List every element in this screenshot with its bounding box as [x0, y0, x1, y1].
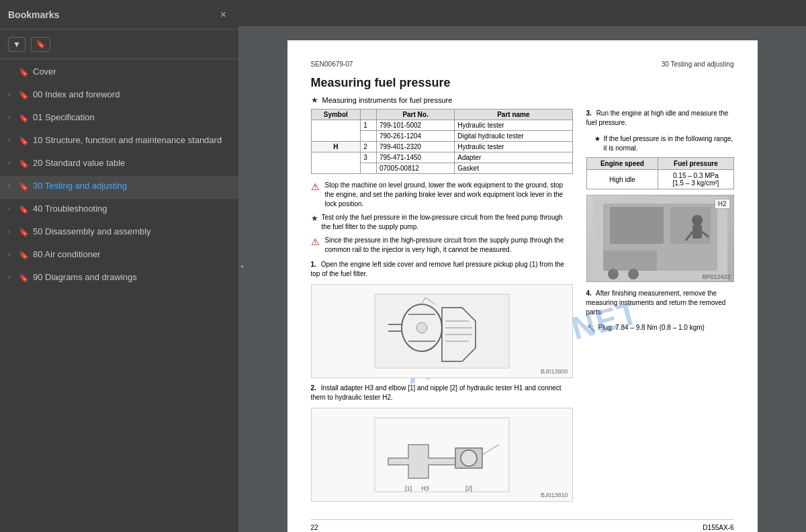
sidebar-item-30-testing[interactable]: › 🔖 30 Testing and adjusting — [0, 176, 238, 199]
sidebar-item-50-disassembly[interactable]: › 🔖 50 Disassembly and assembly — [0, 222, 238, 245]
bookmark-icon-00: 🔖 — [19, 91, 29, 100]
engine-drawing — [593, 197, 727, 281]
cell-symbol-3 — [311, 152, 361, 174]
step-1-num: 1. — [311, 261, 316, 268]
pressure-table: Engine speed Fuel pressure High idle 0.1… — [586, 157, 734, 189]
step-1-text: Open the engine left side cover and remo… — [311, 261, 565, 277]
sidebar-item-40-troubleshoot[interactable]: › 🔖 40 Troubleshooting — [0, 199, 238, 222]
svg-point-13 — [461, 450, 477, 466]
parts-table: Symbol Part No. Part name 1 799-101-5002 — [311, 109, 573, 174]
content-columns: Symbol Part No. Part name 1 799-101-5002 — [311, 109, 734, 506]
cell-num-1: 1 — [361, 120, 377, 131]
note-block-1: ★ Test only the fuel pressure in the low… — [311, 213, 573, 232]
bookmark-icon: 🔖 — [36, 40, 46, 49]
bookmark-view-button[interactable]: 🔖 — [31, 37, 50, 52]
expand-all-button[interactable]: ▼ — [8, 37, 26, 52]
pressure-value: 0.15 – 0.3 MPa[1.5 – 3 kg/cm²] — [658, 170, 733, 189]
svg-point-22 — [692, 215, 703, 226]
doc-id: SEN00679-07 — [311, 60, 353, 68]
cell-partno-3b: 07005-00812 — [376, 163, 454, 174]
sidebar-item-label-50: 50 Disassembly and assembly — [33, 226, 151, 238]
sidebar: Bookmarks × ▼ 🔖 🔖 Cover › 🔖 00 Index and… — [0, 0, 238, 532]
plug-icon: 🔧 — [586, 324, 596, 332]
step1-drawing — [368, 287, 516, 375]
step-4-num: 4. — [586, 290, 592, 297]
svg-point-8 — [416, 322, 427, 333]
cell-partno-1b: 790-261-1204 — [376, 131, 454, 142]
cell-symbol-h — [311, 120, 361, 142]
svg-rect-23 — [692, 225, 702, 238]
main-content: AUTOPDF.NET SEN00679-07 30 Testing and a… — [238, 0, 806, 532]
chevron-40: › — [8, 205, 15, 212]
cell-partname-3: Adapter — [455, 152, 572, 163]
sidebar-header: Bookmarks × — [0, 0, 238, 30]
instruments-label: Measuring instruments for fuel pressure — [322, 96, 453, 104]
sidebar-item-label-40: 40 Troubleshooting — [33, 204, 107, 215]
pressure-col-pressure: Fuel pressure — [658, 158, 733, 170]
svg-point-28 — [628, 269, 639, 279]
bookmark-icon-10: 🔖 — [19, 136, 29, 146]
sidebar-item-cover[interactable]: 🔖 Cover — [0, 62, 238, 85]
sidebar-collapse-handle[interactable]: ◂ — [238, 253, 245, 279]
table-row: 3 795-471-1450 Adapter — [311, 152, 572, 163]
pressure-row: High idle 0.15 – 0.3 MPa[1.5 – 3 kg/cm²] — [586, 170, 733, 189]
sidebar-item-90-diagrams[interactable]: › 🔖 90 Diagrams and drawings — [0, 267, 238, 290]
step-4-block: 4. After finishing measurement, remove t… — [586, 289, 734, 317]
chevron-30: › — [8, 182, 15, 189]
step2-image: H3 [2] [1] BJ013810 — [311, 408, 573, 502]
svg-text:[2]: [2] — [465, 485, 472, 492]
chevron-20: › — [8, 159, 15, 167]
step-3-sub: ★ If the fuel pressure is in the followi… — [594, 134, 734, 153]
sidebar-item-20-standard[interactable]: › 🔖 20 Standard value table — [0, 153, 238, 176]
cell-partname-2: Hydraulic tester — [455, 142, 572, 152]
step-3-star: ★ — [594, 134, 600, 153]
step-2-num: 2. — [311, 384, 316, 392]
bookmark-icon-50: 🔖 — [19, 228, 29, 237]
sidebar-close-button[interactable]: × — [216, 7, 230, 22]
sidebar-item-80-air[interactable]: › 🔖 80 Air conditioner — [0, 245, 238, 267]
sidebar-item-label-20: 20 Standard value table — [33, 158, 125, 169]
bookmark-icon-40: 🔖 — [19, 205, 29, 214]
cell-partno-1: 799-101-5002 — [376, 120, 454, 131]
col-symbol: Symbol — [311, 109, 361, 120]
sidebar-item-label-00: 00 Index and foreword — [33, 89, 120, 101]
plug-note-text: Plug: 7.84 – 9.8 Nm (0.8 – 1.0 kgm) — [598, 324, 705, 331]
col-partname: Part name — [455, 109, 572, 120]
warning-text-2: Since the pressure in the high-pressure … — [325, 236, 573, 255]
cell-partname-1b: Digital hydraulic tester — [455, 131, 572, 142]
svg-text:H3: H3 — [421, 485, 429, 492]
page-footer: 22 D155AX-6 — [311, 519, 734, 531]
sidebar-item-label-01: 01 Specification — [33, 112, 95, 124]
note-star-1: ★ — [311, 213, 318, 232]
document-page: AUTOPDF.NET SEN00679-07 30 Testing and a… — [287, 40, 758, 532]
sidebar-toolbar: ▼ 🔖 — [0, 30, 238, 59]
col-partno-header — [361, 109, 377, 120]
table-row: H 2 799-401-2320 Hydraulic tester — [311, 142, 572, 152]
cell-num-2: 2 — [361, 142, 377, 152]
sidebar-item-01-spec[interactable]: › 🔖 01 Specification — [0, 107, 238, 130]
plug-note: 🔧 Plug: 7.84 – 9.8 Nm (0.8 – 1.0 kgm) — [586, 324, 734, 332]
footer-model: D155AX-6 — [703, 524, 733, 531]
svg-text:[1]: [1] — [405, 485, 412, 492]
svg-rect-11 — [375, 418, 509, 492]
warning-block-1: ⚠ Stop the machine on level ground, lowe… — [311, 181, 573, 209]
engine-img-label: H2 — [715, 199, 730, 209]
cell-num-1b — [361, 131, 377, 142]
instruments-header: ★ Measuring instruments for fuel pressur… — [311, 95, 734, 105]
chevron-10: › — [8, 136, 15, 144]
pressure-speed-val: High idle — [586, 170, 658, 189]
pressure-col-speed: Engine speed — [586, 158, 658, 170]
svg-point-27 — [608, 269, 619, 279]
img3-caption: BP012423 — [702, 273, 730, 280]
col-partno: Part No. — [376, 109, 454, 120]
svg-rect-26 — [603, 251, 657, 271]
sidebar-item-label-30: 30 Testing and adjusting — [33, 181, 127, 192]
sidebar-item-10-structure[interactable]: › 🔖 10 Structure, function and maintenan… — [0, 130, 238, 153]
step-3-block: 3. Run the engine at high idle and measu… — [586, 109, 734, 128]
chevron-00: › — [8, 91, 15, 98]
step1-image: BJ013800 — [311, 284, 573, 378]
document-container[interactable]: AUTOPDF.NET SEN00679-07 30 Testing and a… — [238, 27, 806, 532]
cell-partname-3b: Gasket — [455, 163, 572, 174]
sidebar-item-label-90: 90 Diagrams and drawings — [33, 272, 137, 283]
sidebar-item-00-index[interactable]: › 🔖 00 Index and foreword — [0, 85, 238, 107]
